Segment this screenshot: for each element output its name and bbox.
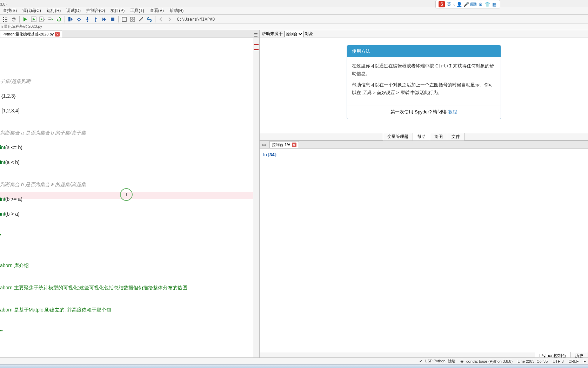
hamburger-icon[interactable]: ☰ [252,33,259,38]
ime-toolbar: S 英 ·, 👤 🎤 ⌨ ❀ 👕 ▦ [435,0,500,8]
svg-rect-26 [131,17,132,19]
status-rw[interactable]: F [583,359,586,363]
minimap-mark [254,44,259,45]
code-editor[interactable]: 子集/超集判断 {1,2,3} {1,2,3,4} 判断集合 a 是否为集合 b… [0,38,259,360]
run-icon[interactable] [21,15,29,23]
run-cell-advance-icon[interactable] [38,15,46,23]
main-area: Python 量化编程基础-2023.py ✕ ☰ 子集/超集判断 {1,2,3… [0,30,588,360]
help-source-label: 帮助来源于 [262,31,283,37]
rerun-icon[interactable] [55,15,63,23]
code-minimap[interactable] [253,38,259,360]
outline-icon[interactable] [1,15,9,23]
checkmark-icon: ✔ [419,359,424,363]
status-eol[interactable]: CRLF [569,359,579,363]
debug-step-icon[interactable] [67,15,74,23]
status-conda[interactable]: ◉conda: base (Python 3.8.8) [460,359,513,363]
svg-point-21 [95,21,96,22]
mic-icon[interactable]: 🎤 [463,1,469,7]
svg-marker-10 [41,18,42,21]
tutorial-link[interactable]: 教程 [448,109,457,114]
help-header: 帮助来源于 控制台 对象 [260,30,588,38]
ime-sep: ·, [453,2,455,7]
pythonpath-icon[interactable] [146,15,153,23]
tab-variable-explorer[interactable]: 变量管理器 [383,133,413,141]
svg-rect-29 [133,20,135,21]
svg-marker-6 [24,17,27,21]
menu-console[interactable]: 控制台(O) [83,7,108,15]
run-selection-icon[interactable] [47,15,54,23]
debug-stepover-icon[interactable] [75,15,83,23]
help-pane-tabs: 变量管理器 帮助 绘图 文件 [260,133,588,140]
svg-marker-22 [102,18,104,21]
help-object-label: 对象 [305,31,313,37]
console-tab[interactable]: 控制台 1/A ✕ [269,141,299,148]
menu-source[interactable]: 源代码(C) [20,7,44,15]
os-taskbar[interactable] [0,364,588,368]
console-prompt: In [34]: [263,152,277,157]
svg-marker-16 [71,17,73,21]
svg-rect-4 [3,21,4,22]
shirt-icon[interactable]: 👕 [485,1,490,7]
run-cell-icon[interactable] [30,15,38,23]
menu-debug[interactable]: 调试(D) [64,7,83,15]
close-icon[interactable]: ✕ [292,143,296,147]
svg-point-19 [87,21,88,22]
editor-tab[interactable]: Python 量化编程基础-2023.py ✕ [0,31,62,38]
help-card-body: 在这里你可以通过在编辑器或者终端中按 Ctrl+I 来获得任何对象的帮助信息。 … [347,57,501,105]
svg-marker-20 [95,17,97,19]
status-line-col[interactable]: Line 2283, Col 35 [517,359,548,363]
debug-stepout-icon[interactable] [92,15,100,23]
debug-continue-icon[interactable] [100,15,108,23]
status-encoding[interactable]: UTF-8 [553,359,563,363]
menu-run[interactable]: 运行(R) [44,7,64,15]
menu-project[interactable]: 项目(P) [108,7,127,15]
flower-icon[interactable]: ❀ [477,1,483,7]
editor-tabs: Python 量化编程基础-2023.py ✕ ☰ [0,30,259,38]
svg-rect-1 [5,18,7,18]
svg-rect-0 [3,17,4,18]
close-icon[interactable]: ✕ [55,32,60,37]
separator [65,16,65,22]
help-content: 使用方法 在这里你可以通过在编辑器或者终端中按 Ctrl+I 来获得任何对象的帮… [260,38,588,133]
menu-tools[interactable]: 工具(T) [127,7,147,15]
svg-rect-5 [5,21,7,22]
sogou-icon[interactable]: S [439,1,445,7]
svg-marker-14 [59,17,60,19]
svg-rect-11 [48,18,51,18]
preferences-icon[interactable] [137,15,145,23]
fullscreen-icon[interactable] [129,15,136,23]
editor-tab-label: Python 量化编程基础-2023.py [2,32,54,37]
status-lsp[interactable]: ✔LSP Python: 就绪 [419,359,455,364]
menu-help[interactable]: 帮助(H) [167,7,187,15]
tab-files[interactable]: 文件 [447,133,465,141]
svg-point-17 [78,20,80,21]
svg-rect-12 [48,19,51,20]
forward-icon[interactable] [166,15,173,23]
browse-tabs-icon[interactable]: ▭ [261,142,267,147]
person-icon[interactable]: 👤 [456,1,462,7]
menu-view[interactable]: 查看(V) [147,7,167,15]
minimap-mark [254,49,259,50]
maximize-icon[interactable] [120,15,128,23]
grid-icon[interactable]: ▦ [492,1,497,7]
back-icon[interactable] [157,15,165,23]
help-source-select[interactable]: 控制台 [284,31,303,37]
svg-rect-28 [131,20,132,21]
svg-rect-2 [3,19,4,20]
debug-stepin-icon[interactable] [83,15,91,23]
editor-pane: Python 量化编程基础-2023.py ✕ ☰ 子集/超集判断 {1,2,3… [0,30,260,360]
status-bar: ✔LSP Python: 就绪 ◉conda: base (Python 3.8… [0,357,588,364]
tab-plots[interactable]: 绘图 [430,133,447,141]
console-body[interactable]: In [34]: [260,149,588,352]
keyboard-icon[interactable]: ⌨ [470,1,476,7]
separator [155,16,155,22]
svg-marker-18 [86,19,88,21]
menu-find[interactable]: 查找(S) [0,7,20,15]
ime-lang[interactable]: 英 [447,1,451,7]
debug-stop-icon[interactable] [109,15,116,23]
breadcrumb: n 量化编程基础-2023.py [0,24,588,30]
console-tab-label: 控制台 1/A [272,142,290,147]
separator [19,16,20,22]
at-icon[interactable]: @ [10,15,18,23]
tab-help[interactable]: 帮助 [413,133,430,141]
